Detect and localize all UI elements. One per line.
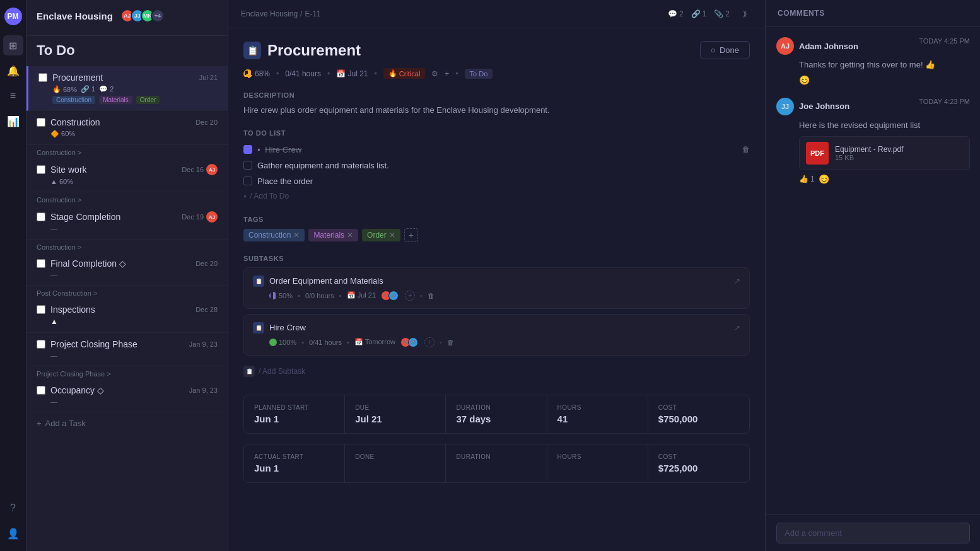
subtask-actions-2: ↗ bbox=[734, 323, 740, 332]
todo-check-2[interactable] bbox=[243, 161, 252, 170]
panel-header: Enclave Housing AJ JJ MK +4 bbox=[26, 0, 228, 36]
app-logo[interactable]: PM bbox=[4, 8, 22, 25]
sidebar-chart-icon[interactable]: 📊 bbox=[3, 111, 23, 131]
task-checkbox-occupancy[interactable] bbox=[37, 386, 45, 395]
task-checkbox-inspections[interactable] bbox=[37, 305, 45, 314]
subtask-external-link-1[interactable]: ↗ bbox=[734, 277, 740, 286]
reaction-thumbs-2[interactable]: 👍 1 bbox=[799, 175, 815, 183]
comment-avatar-1: AJ bbox=[776, 37, 794, 55]
sidebar-home-icon[interactable]: ⊞ bbox=[3, 35, 23, 55]
add-task-button[interactable]: + Add a Task bbox=[26, 412, 228, 434]
task-item-sitework[interactable]: Site work Dec 16 AJ ▲ 60% bbox=[26, 158, 228, 192]
task-item-occupancy[interactable]: Occupancy ◇ Jan 9, 23 — bbox=[26, 379, 228, 412]
todo-header: To Do bbox=[26, 36, 228, 64]
mini-avatar: JJ bbox=[408, 337, 418, 347]
comments-count[interactable]: 💬 2 bbox=[668, 9, 684, 18]
description-text: Hire crew plus order equipment and mater… bbox=[243, 104, 750, 117]
critical-badge: 🔥 Critical bbox=[383, 68, 426, 79]
subtasks-section: 📋 Order Equipment and Materials ↗ 50% • … bbox=[243, 267, 750, 382]
task-item-construction[interactable]: Construction Dec 20 🔶 60% bbox=[26, 111, 228, 145]
task-name-procurement: Procurement bbox=[52, 72, 199, 83]
subtask-divider-2: • bbox=[440, 339, 442, 346]
section-label-text: Construction > bbox=[37, 149, 81, 156]
task-item-stage-completion[interactable]: Stage Completion Dec 19 AJ — bbox=[26, 205, 228, 240]
comment-text-1: Thanks for getting this over to me! 👍 bbox=[799, 59, 970, 71]
reaction-emoji-2: 👍 bbox=[799, 175, 808, 183]
project-title-text: Enclave Housing bbox=[37, 11, 113, 21]
subtask-meta-1: 50% • 0/0 hours • 📅 Jul 21 AJ JJ + • 🗑 bbox=[269, 291, 740, 301]
add-member-button-1[interactable]: + bbox=[405, 291, 415, 301]
task-name-closing: Project Closing Phase bbox=[50, 339, 189, 349]
breadcrumb-id: E-11 bbox=[305, 9, 320, 18]
subtask-external-link-2[interactable]: ↗ bbox=[734, 323, 740, 332]
todo-item-3[interactable]: Place the order bbox=[243, 173, 750, 189]
task-progress-construction: 🔶 60% bbox=[50, 130, 75, 138]
task-item-procurement[interactable]: Procurement Jul 21 🔥 68% 🔗 1 💬 2 Constru… bbox=[26, 66, 228, 111]
todo-trash-1[interactable]: 🗑 bbox=[742, 145, 750, 154]
add-todo-icon: ▪ bbox=[243, 192, 246, 200]
detail-header-actions: 💬 2 🔗 1 📎 2 ⟫ bbox=[668, 6, 752, 21]
hours-stat: 0/41 hours bbox=[285, 69, 321, 78]
stat-label-actual-hours: HOURS bbox=[557, 453, 638, 460]
add-todo-button[interactable]: ▪ / Add To Do bbox=[243, 189, 750, 203]
comment-text-2: Here is the revised equipment list bbox=[799, 119, 970, 132]
tag-materials-remove[interactable]: ✕ bbox=[347, 231, 353, 240]
mini-avatar: JJ bbox=[388, 291, 399, 301]
sidebar-help-icon[interactable]: ? bbox=[3, 498, 23, 518]
comment-attachment-2[interactable]: PDF Equipment - Rev.pdf 15 KB bbox=[799, 136, 970, 170]
add-tag-button[interactable]: + bbox=[404, 228, 418, 242]
task-item-inspections[interactable]: Inspections Dec 28 ▲ bbox=[26, 298, 228, 333]
task-date-construction: Dec 20 bbox=[195, 119, 218, 126]
stat-label-actual-start: ACTUAL START bbox=[254, 453, 334, 460]
settings-icon[interactable]: ⚙ bbox=[431, 69, 438, 78]
section-label-construction1: Construction > bbox=[26, 145, 228, 158]
project-avatar-group: AJ JJ MK +4 bbox=[120, 9, 165, 23]
subtask-date-1: 📅 Jul 21 bbox=[347, 291, 376, 299]
tag-construction-remove[interactable]: ✕ bbox=[293, 231, 300, 240]
subtask-delete-1[interactable]: 🗑 bbox=[428, 292, 435, 299]
attachment-info-2: Equipment - Rev.pdf 15 KB bbox=[835, 145, 904, 161]
emoji-react-1[interactable]: 😊 bbox=[799, 75, 810, 85]
sidebar-user-icon[interactable]: 👤 bbox=[3, 523, 23, 543]
links-count[interactable]: 🔗 1 bbox=[691, 9, 707, 18]
task-item-final-completion[interactable]: Final Completion ◇ Dec 20 — bbox=[26, 252, 228, 286]
sidebar-list-icon[interactable]: ≡ bbox=[3, 86, 23, 106]
done-button[interactable]: ○ Done bbox=[700, 41, 750, 59]
progress-circle bbox=[243, 69, 252, 78]
add-member-button-2[interactable]: + bbox=[424, 337, 435, 347]
sidebar-bell-icon[interactable]: 🔔 bbox=[3, 61, 23, 81]
comment-input-area bbox=[766, 514, 980, 551]
stat-duration: DURATION 37 days bbox=[446, 395, 547, 433]
breadcrumb-project[interactable]: Enclave Housing bbox=[241, 9, 298, 18]
done-check-icon: ○ bbox=[711, 45, 716, 55]
task-checkbox-stage[interactable] bbox=[37, 212, 45, 221]
task-checkbox-closing[interactable] bbox=[37, 340, 45, 349]
task-checkbox-construction[interactable] bbox=[37, 118, 45, 127]
tag-order-remove[interactable]: ✕ bbox=[389, 231, 395, 240]
collapse-panel-button[interactable]: ⟫ bbox=[737, 6, 752, 21]
subtask-name-1: 📋 Order Equipment and Materials bbox=[253, 276, 383, 287]
add-stat-button[interactable]: + bbox=[445, 69, 449, 78]
todo-check-3[interactable] bbox=[243, 177, 252, 185]
comment-input[interactable] bbox=[776, 523, 970, 543]
task-progress-inspections: ▲ bbox=[50, 317, 58, 326]
todo-item-1[interactable]: ▪ Hire Crew 🗑 bbox=[243, 142, 750, 158]
section-label-construction3: Construction > bbox=[26, 240, 228, 252]
emoji-react-2[interactable]: 😊 bbox=[819, 174, 829, 184]
attachments-count[interactable]: 📎 2 bbox=[714, 9, 730, 18]
add-todo-label: / Add To Do bbox=[250, 192, 289, 200]
task-name-stage: Stage Completion bbox=[50, 212, 182, 222]
task-date-closing: Jan 9, 23 bbox=[189, 340, 218, 348]
description-label: DESCRIPTION bbox=[243, 91, 750, 99]
subtask-delete-2[interactable]: 🗑 bbox=[447, 339, 454, 346]
todo-check-1[interactable] bbox=[243, 145, 252, 154]
stat-label-cost: COST bbox=[658, 404, 739, 411]
task-checkbox-procurement[interactable] bbox=[38, 73, 47, 82]
task-name-occupancy: Occupancy ◇ bbox=[50, 385, 189, 395]
todo-item-2[interactable]: Gather equipment and materials list. bbox=[243, 158, 750, 173]
task-checkbox-final[interactable] bbox=[37, 259, 45, 268]
stat-planned-start: PLANNED START Jun 1 bbox=[244, 395, 345, 433]
task-checkbox-sitework[interactable] bbox=[37, 165, 45, 174]
add-subtask-button[interactable]: 📋 / Add Subtask bbox=[243, 361, 750, 382]
task-item-closing[interactable]: Project Closing Phase Jan 9, 23 — bbox=[26, 333, 228, 366]
